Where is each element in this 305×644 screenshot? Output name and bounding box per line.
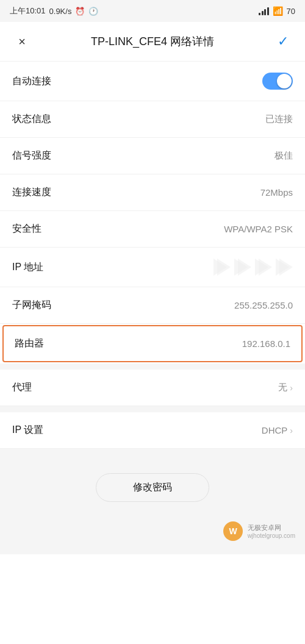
alarm-icon: ⏰ <box>75 7 85 16</box>
ip-settings-nav-right: DHCP › <box>262 425 293 435</box>
divider-1 <box>0 363 305 370</box>
status-bar: 上午10:01 0.9K/s ⏰ 🕐 📶 70 <box>0 0 305 22</box>
proxy-label: 代理 <box>12 381 32 394</box>
modify-password-button[interactable]: 修改密码 <box>96 473 209 502</box>
status-value: 已连接 <box>265 113 293 125</box>
toggle-knob <box>277 74 292 88</box>
watermark-logo: W 无极安卓网 wjhotelgroup.com <box>222 520 295 542</box>
ip-address-label: IP 地址 <box>12 261 43 274</box>
proxy-nav-right: 无 › <box>278 382 293 393</box>
clock-icon: 🕐 <box>88 7 98 16</box>
svg-marker-7 <box>279 259 293 276</box>
subnet-label: 子网掩码 <box>12 299 51 312</box>
header: × TP-LINK_CFE4 网络详情 ✓ <box>0 22 305 62</box>
ip-settings-label: IP 设置 <box>12 424 43 437</box>
battery-level: 70 <box>287 7 295 16</box>
svg-marker-1 <box>217 259 231 276</box>
signal-icon <box>259 7 269 15</box>
signal-row: 信号强度 极佳 <box>0 138 305 174</box>
svg-text:W: W <box>229 526 237 536</box>
watermark-text: 无极安卓网 wjhotelgroup.com <box>248 523 295 539</box>
auto-connect-toggle[interactable] <box>262 73 293 90</box>
proxy-row[interactable]: 代理 无 › <box>0 370 305 406</box>
proxy-chevron-icon: › <box>290 383 293 393</box>
speed-display: 0.9K/s <box>49 7 72 16</box>
status-row: 状态信息 已连接 <box>0 101 305 138</box>
ip-watermark-svg <box>214 259 293 276</box>
page-container: × TP-LINK_CFE4 网络详情 ✓ 自动连接 状态信息 已连接 信号强度… <box>0 22 305 644</box>
security-label: 安全性 <box>12 223 41 235</box>
logo-icon: W <box>222 520 244 542</box>
auto-connect-label: 自动连接 <box>12 75 51 88</box>
divider-2 <box>0 406 305 412</box>
router-row: 路由器 192.168.0.1 <box>2 325 303 362</box>
router-label: 路由器 <box>15 337 44 350</box>
watermark-area: W 无极安卓网 wjhotelgroup.com <box>0 514 305 554</box>
subnet-value: 255.255.255.0 <box>234 300 293 310</box>
close-button[interactable]: × <box>12 32 32 51</box>
status-label: 状态信息 <box>12 113 51 126</box>
signal-value: 极佳 <box>274 150 293 162</box>
wifi-icon: 📶 <box>273 6 283 16</box>
ip-settings-chevron-icon: › <box>290 426 293 435</box>
content-area: 自动连接 状态信息 已连接 信号强度 极佳 连接速度 72Mbps 安全性 WP… <box>0 62 305 554</box>
bottom-btn-area: 修改密码 <box>0 455 305 514</box>
divider-3 <box>0 449 305 455</box>
ip-address-watermark <box>214 259 293 276</box>
time-display: 上午10:01 <box>10 5 46 16</box>
speed-value: 72Mbps <box>260 187 293 198</box>
auto-connect-row: 自动连接 <box>0 62 305 101</box>
security-value: WPA/WPA2 PSK <box>224 224 293 234</box>
ip-address-row: IP 地址 <box>0 248 305 287</box>
confirm-button[interactable]: ✓ <box>273 32 293 51</box>
svg-marker-5 <box>259 259 272 276</box>
subnet-row: 子网掩码 255.255.255.0 <box>0 287 305 324</box>
ip-settings-row[interactable]: IP 设置 DHCP › <box>0 412 305 449</box>
router-value: 192.168.0.1 <box>242 338 290 349</box>
status-left: 上午10:01 0.9K/s ⏰ 🕐 <box>10 5 98 16</box>
security-row: 安全性 WPA/WPA2 PSK <box>0 211 305 248</box>
proxy-value: 无 <box>278 382 287 393</box>
svg-marker-3 <box>238 259 251 276</box>
ip-settings-value: DHCP <box>262 425 288 435</box>
speed-row: 连接速度 72Mbps <box>0 174 305 211</box>
status-right: 📶 70 <box>259 6 295 16</box>
signal-label: 信号强度 <box>12 149 51 162</box>
page-title: TP-LINK_CFE4 网络详情 <box>32 34 273 49</box>
speed-label: 连接速度 <box>12 186 51 199</box>
